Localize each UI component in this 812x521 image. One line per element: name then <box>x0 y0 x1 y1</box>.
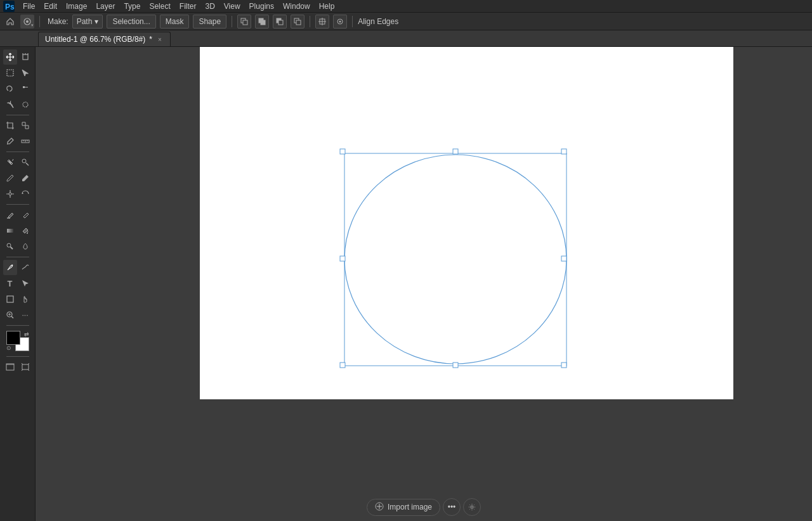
text-btn[interactable]: T <box>3 276 17 291</box>
menu-select[interactable]: Select <box>145 1 174 11</box>
tool-preset-dropdown-arrow: ▾ <box>31 23 34 28</box>
separator-2 <box>6 151 29 152</box>
separator-3 <box>310 16 310 27</box>
svg-rect-7 <box>261 20 265 25</box>
screen-mode-btn-2[interactable] <box>18 359 32 375</box>
menu-plugins[interactable]: Plugins <box>246 1 278 11</box>
separator-1 <box>6 115 29 115</box>
crop-btn[interactable] <box>3 118 17 133</box>
separator-2 <box>232 16 232 27</box>
bottom-bar: Import image ••• <box>36 493 812 521</box>
move-tool-arrow-btn[interactable] <box>18 65 32 80</box>
swap-colors-icon[interactable]: ⇄ <box>24 331 29 337</box>
menu-bar: Ps File Edit Image Layer Type Select Fil… <box>0 0 812 13</box>
import-icon <box>375 502 384 513</box>
more-options-button[interactable]: ••• <box>443 498 461 516</box>
svg-point-25 <box>23 102 28 107</box>
svg-point-38 <box>11 265 13 266</box>
menu-filter[interactable]: Filter <box>176 1 200 11</box>
brush-btn[interactable] <box>3 170 17 186</box>
foreground-color-swatch[interactable] <box>6 331 20 345</box>
clone-stamp-btn[interactable] <box>3 186 17 202</box>
ps-logo: Ps <box>3 1 15 12</box>
path-dropdown[interactable]: Path ▾ <box>72 15 103 29</box>
separator-6 <box>6 356 29 357</box>
menu-help[interactable]: Help <box>315 1 339 11</box>
gradient-btn[interactable] <box>3 223 17 238</box>
shape-button[interactable]: Shape <box>193 15 226 29</box>
svg-point-32 <box>9 193 11 195</box>
path-settings-button[interactable] <box>333 15 347 29</box>
paint-bucket-btn[interactable] <box>18 223 32 238</box>
svg-line-37 <box>10 247 13 250</box>
separator-4 <box>352 16 353 27</box>
path-select-btn[interactable] <box>18 276 32 291</box>
menu-layer[interactable]: Layer <box>92 1 119 11</box>
eyedropper-group <box>3 134 32 149</box>
path-ops-button-2[interactable] <box>255 15 269 29</box>
shape-group <box>3 292 32 307</box>
import-image-button[interactable]: Import image <box>367 499 440 516</box>
eraser-btn[interactable] <box>3 207 17 222</box>
pencil-btn[interactable] <box>18 170 32 186</box>
svg-point-31 <box>22 159 26 163</box>
tool-preset-icon[interactable]: ▾ <box>20 15 34 29</box>
menu-view[interactable]: View <box>220 1 244 11</box>
quick-select-btn[interactable] <box>18 97 32 112</box>
stamp-btn[interactable] <box>18 155 32 170</box>
document-tab[interactable]: Untitled-1 @ 66.7% (RGB/8#) * × <box>38 32 171 46</box>
svg-rect-45 <box>6 364 14 365</box>
toolbar: T <box>0 47 36 521</box>
tab-modified: * <box>149 35 152 44</box>
marquee-group <box>3 65 32 80</box>
path-ops-button-3[interactable] <box>273 15 287 29</box>
freeform-pen-btn[interactable] <box>18 260 32 275</box>
path-ops-button-1[interactable] <box>237 15 251 29</box>
separator-3 <box>6 204 29 205</box>
path-ops-button-4[interactable] <box>291 15 304 29</box>
burn-btn[interactable] <box>18 239 32 254</box>
artboard-tool-btn[interactable] <box>18 49 32 65</box>
menu-image[interactable]: Image <box>62 1 91 11</box>
eyedropper-btn[interactable] <box>3 134 17 149</box>
hand-btn[interactable] <box>18 292 32 307</box>
ruler-btn[interactable] <box>18 134 32 149</box>
tab-bar: Untitled-1 @ 66.7% (RGB/8#) * × <box>0 30 812 47</box>
shape-btn[interactable] <box>3 292 17 307</box>
polygon-select-btn[interactable] <box>18 81 32 96</box>
svg-point-36 <box>7 243 11 247</box>
align-edges-label: Align Edges <box>358 17 398 26</box>
tab-close-button[interactable]: × <box>156 35 164 43</box>
svg-rect-5 <box>243 20 247 25</box>
more-tools-btn[interactable]: ··· <box>18 307 32 323</box>
history-btn[interactable] <box>18 186 32 202</box>
move-tool-btn[interactable] <box>3 49 17 65</box>
menu-file[interactable]: File <box>19 1 39 11</box>
settings-button[interactable] <box>463 498 481 516</box>
slice-btn[interactable] <box>18 118 32 133</box>
menu-edit[interactable]: Edit <box>40 1 61 11</box>
menu-window[interactable]: Window <box>279 1 314 11</box>
lasso-btn[interactable] <box>3 81 17 96</box>
rect-marquee-btn[interactable] <box>3 65 17 80</box>
path-arrangement-button[interactable] <box>315 15 329 29</box>
reset-colors-icon[interactable]: ⊙ <box>6 345 11 351</box>
color-swatches[interactable]: ⇄ ⊙ <box>6 331 29 351</box>
magic-wand-btn[interactable] <box>3 97 17 112</box>
heal-btn[interactable] <box>3 155 17 170</box>
zoom-btn[interactable] <box>3 307 17 323</box>
home-button[interactable] <box>4 15 16 28</box>
pen-group <box>3 260 32 275</box>
pen-tool-btn[interactable] <box>3 260 17 275</box>
crop-group <box>3 118 32 133</box>
selection-button[interactable]: Selection... <box>107 15 155 29</box>
screen-mode-btn-1[interactable] <box>3 359 17 375</box>
canvas-area: Import image ••• <box>36 47 812 521</box>
text-path-group: T <box>3 276 32 291</box>
dodge-btn[interactable] <box>3 239 17 254</box>
background-eraser-btn[interactable] <box>18 207 32 222</box>
menu-3d[interactable]: 3D <box>201 1 218 11</box>
menu-type[interactable]: Type <box>120 1 144 11</box>
mask-button[interactable]: Mask <box>160 15 190 29</box>
lasso-group <box>3 81 32 96</box>
